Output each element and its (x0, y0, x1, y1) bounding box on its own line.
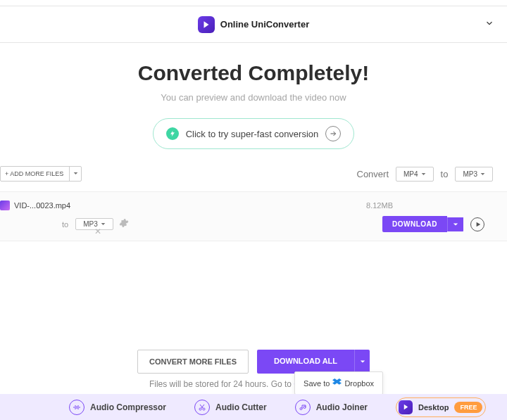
joiner-icon (295, 400, 311, 415)
footer-actions: CONVERT MORE FILES DOWNLOAD ALL (0, 350, 507, 374)
tool-bar: Audio Compressor Audio Cutter Audio Join… (0, 394, 507, 420)
compressor-icon (69, 400, 84, 415)
brand-text: Online UniConverter (220, 19, 309, 30)
play-button[interactable] (470, 217, 484, 231)
control-row: + ADD MORE FILES Convert MP4 to MP3 (0, 162, 507, 186)
dropbox-icon (332, 378, 342, 388)
audio-cutter-label: Audio Cutter (215, 402, 267, 412)
storage-note-prefix: Files will be stored for 24 hours. Go to (149, 379, 294, 389)
gear-icon[interactable] (119, 218, 129, 231)
to-label: to (441, 169, 449, 179)
add-more-files-button[interactable]: + ADD MORE FILES (0, 166, 82, 182)
download-dropdown[interactable] (447, 217, 463, 231)
cutter-icon (194, 400, 210, 415)
main-content: Converted Completely! You can preview an… (0, 43, 507, 149)
header-bar: Online UniConverter (0, 6, 507, 43)
save-to-label: Save to (303, 379, 330, 388)
target-format-value: MP3 (463, 170, 477, 178)
source-format-value: MP4 (403, 170, 418, 178)
add-more-files-dropdown[interactable] (70, 167, 81, 181)
audio-joiner-tool[interactable]: Audio Joiner (295, 400, 368, 415)
file-thumbnail-icon (0, 201, 10, 210)
file-name: VID-...0023.mp4 (14, 201, 70, 210)
brand[interactable]: Online UniConverter (198, 16, 309, 33)
convert-label: Convert (357, 169, 389, 179)
page-subtitle: You can preview and download the video n… (0, 92, 507, 103)
free-tag: FREE (454, 402, 482, 413)
file-size: 8.12MB (366, 201, 393, 210)
page-title: Converted Completely! (0, 61, 507, 85)
desktop-badge[interactable]: Desktop FREE (396, 397, 486, 417)
file-to-label: to (62, 220, 68, 229)
download-all-dropdown[interactable] (354, 350, 370, 374)
brand-logo-icon (198, 16, 215, 33)
file-item: VID-...0023.mp4 8.12MB to MP3 DOWNLOAD ✕ (0, 191, 507, 241)
storage-note: Files will be stored for 24 hours. Go to… (0, 379, 507, 389)
caret-down-icon (421, 170, 426, 178)
audio-joiner-label: Audio Joiner (316, 402, 368, 412)
audio-compressor-tool[interactable]: Audio Compressor (69, 400, 166, 415)
add-more-files-label: + ADD MORE FILES (5, 170, 63, 177)
caret-down-icon (480, 170, 485, 178)
remove-file-button[interactable]: ✕ (94, 227, 101, 236)
download-button-label: DOWNLOAD (382, 216, 447, 232)
audio-compressor-label: Audio Compressor (90, 402, 166, 412)
chevron-down-icon[interactable] (484, 18, 494, 31)
dropbox-label: Dropbox (344, 379, 374, 388)
desktop-label: Desktop (418, 403, 449, 412)
download-all-button[interactable]: DOWNLOAD ALL (257, 350, 370, 374)
bolt-icon (166, 127, 179, 140)
audio-cutter-tool[interactable]: Audio Cutter (194, 400, 267, 415)
download-all-label: DOWNLOAD ALL (257, 350, 354, 374)
source-format-select[interactable]: MP4 (396, 167, 434, 182)
fast-conversion-label: Click to try super-fast conversion (186, 129, 319, 139)
arrow-right-icon (325, 126, 341, 141)
save-to-popup[interactable]: Save to Dropbox (294, 371, 383, 395)
target-format-select[interactable]: MP3 (455, 167, 493, 182)
fast-conversion-button[interactable]: Click to try super-fast conversion (153, 118, 355, 149)
convert-more-button[interactable]: CONVERT MORE FILES (137, 350, 249, 374)
desktop-logo-icon (399, 400, 413, 414)
download-button[interactable]: DOWNLOAD (382, 216, 463, 232)
